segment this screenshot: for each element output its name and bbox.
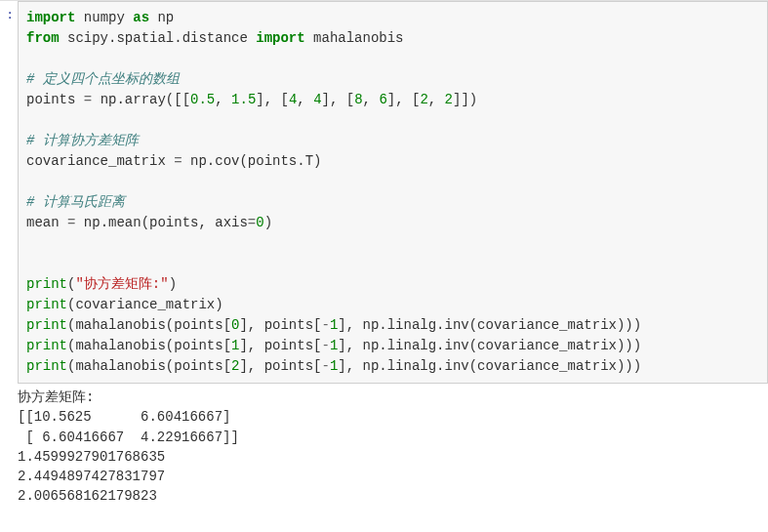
op-eq: = xyxy=(248,215,256,230)
arg: (covariance_matrix) xyxy=(67,297,223,312)
num: 4 xyxy=(289,92,297,107)
sep: ], [ xyxy=(256,92,289,107)
out-line-5: 2.4494897427831797 xyxy=(18,469,165,484)
close: ) xyxy=(264,215,272,230)
arg-c: ], np.linalg.inv(covariance_matrix))) xyxy=(338,358,641,374)
arg-c: ], np.linalg.inv(covariance_matrix))) xyxy=(338,317,641,333)
call-cov: np.cov(points.T) xyxy=(190,153,321,169)
out-line-4: 1.4599927901768635 xyxy=(18,449,165,465)
close: ]]) xyxy=(453,92,477,107)
op-neg: - xyxy=(321,317,329,333)
kw-from: from xyxy=(26,30,60,46)
op-eq: = xyxy=(84,92,92,107)
fn-mahalanobis: mahalanobis xyxy=(313,30,403,46)
comment-2: # 计算协方差矩阵 xyxy=(26,133,139,148)
arg-a: (mahalanobis(points[ xyxy=(67,317,231,333)
fn-print: print xyxy=(26,338,67,353)
comment-1: # 定义四个点坐标的数组 xyxy=(26,71,180,87)
code-input[interactable]: import numpy as np from scipy.spatial.di… xyxy=(18,1,768,384)
kw-import: import xyxy=(26,10,75,25)
num: 2 xyxy=(420,92,427,107)
op-neg: - xyxy=(321,358,329,374)
var-cov: covariance_matrix xyxy=(26,153,166,169)
alias-np: np xyxy=(157,10,174,25)
call-mean: np.mean(points, axis xyxy=(84,215,248,230)
output-area: 协方差矩阵: [[10.5625 6.60416667] [ 6.6041666… xyxy=(0,384,768,514)
num: 6 xyxy=(379,92,386,107)
num: 4 xyxy=(313,92,321,107)
arg-a: (mahalanobis(points[ xyxy=(67,358,231,374)
mod-numpy: numpy xyxy=(84,10,125,25)
num: 0.5 xyxy=(190,92,215,107)
op-eq: = xyxy=(174,153,182,169)
out-line-6: 2.006568162179823 xyxy=(18,488,157,504)
str-label: "协方差矩阵:" xyxy=(75,276,168,292)
mod-scipy: scipy.spatial.distance xyxy=(67,30,248,46)
var-mean: mean xyxy=(26,215,60,230)
op-eq: = xyxy=(67,215,75,230)
arg-b: ], points[ xyxy=(239,338,321,353)
arg-c: ], np.linalg.inv(covariance_matrix))) xyxy=(338,338,641,353)
fn-print: print xyxy=(26,297,67,312)
arg-a: (mahalanobis(points[ xyxy=(67,338,231,353)
fn-print: print xyxy=(26,317,67,333)
out-line-3: [ 6.60416667 4.22916667]] xyxy=(18,430,239,445)
cell-prompt: : xyxy=(0,1,18,384)
comment-3: # 计算马氏距离 xyxy=(26,194,125,210)
num: 1.5 xyxy=(231,92,256,107)
kw-import2: import xyxy=(256,30,304,46)
kw-as: as xyxy=(133,10,149,25)
out-line-2: [[10.5625 6.60416667] xyxy=(18,409,230,425)
num: 0 xyxy=(256,215,263,230)
fn-print: print xyxy=(26,276,67,292)
call-array: np.array([[ xyxy=(101,92,190,107)
op-neg: - xyxy=(321,338,329,353)
out-line-1: 协方差矩阵: xyxy=(18,389,94,405)
var-points: points xyxy=(26,92,75,107)
fn-print: print xyxy=(26,358,67,374)
num: 8 xyxy=(354,92,362,107)
num: 2 xyxy=(445,92,453,107)
arg-b: ], points[ xyxy=(239,317,321,333)
code-cell: : import numpy as np from scipy.spatial.… xyxy=(0,0,768,384)
sep: ], [ xyxy=(322,92,355,107)
sep: ], [ xyxy=(387,92,421,107)
arg-b: ], points[ xyxy=(239,358,321,374)
